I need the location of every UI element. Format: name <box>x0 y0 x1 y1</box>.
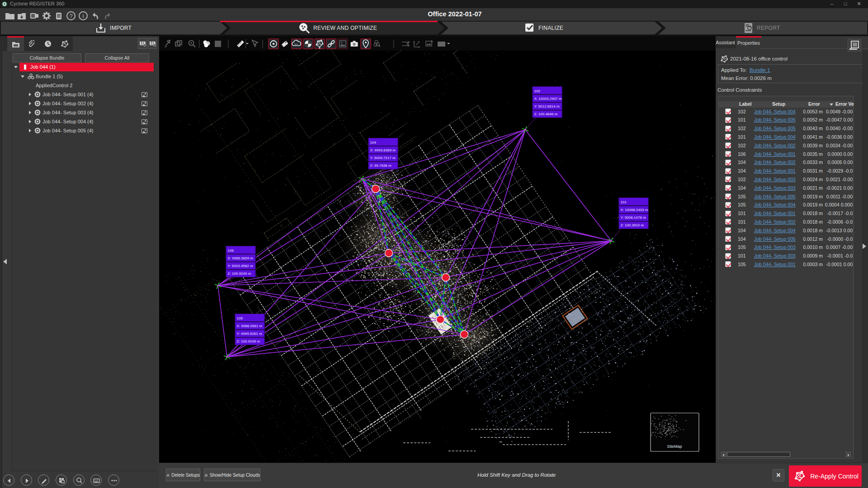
svg-text:Z: 100.4646 m: Z: 100.4646 m <box>534 112 558 116</box>
svg-text:X: 10008.2403 m: X: 10008.2403 m <box>621 208 648 212</box>
svg-text:Z: 100.3910 m: Z: 100.3910 m <box>621 223 644 227</box>
svg-text:Z: 100.9199 m: Z: 100.9199 m <box>237 339 260 343</box>
svg-text:X: 10003.2907 m: X: 10003.2907 m <box>534 97 562 101</box>
svg-text:104: 104 <box>370 141 377 145</box>
svg-text:Y: 5003.4562 m: Y: 5003.4562 m <box>228 264 253 268</box>
svg-text:X: 9993.8369 m: X: 9993.8369 m <box>370 148 396 152</box>
svg-text:102: 102 <box>534 89 541 93</box>
svg-text:Y: 5012.6614 m: Y: 5012.6614 m <box>534 104 560 108</box>
svg-text:X: 9985.5859 m: X: 9985.5859 m <box>228 256 254 260</box>
svg-text:Y: 4999.5261 m: Y: 4999.5261 m <box>237 332 262 336</box>
svg-text:105: 105 <box>237 316 243 320</box>
svg-text:X: 9986.0561 m: X: 9986.0561 m <box>237 324 263 328</box>
svg-text:101: 101 <box>621 200 627 204</box>
svg-text:Z: 100.9249 m: Z: 100.9249 m <box>228 272 251 276</box>
svg-text:106: 106 <box>228 249 234 253</box>
svg-text:Y: 5009.7217 m: Y: 5009.7217 m <box>370 156 396 160</box>
svg-text:Z: 99.7636 m: Z: 99.7636 m <box>370 164 392 168</box>
svg-text:SiteMap: SiteMap <box>667 444 682 449</box>
svg-text:Y: 5006.1478 m: Y: 5006.1478 m <box>621 216 646 220</box>
